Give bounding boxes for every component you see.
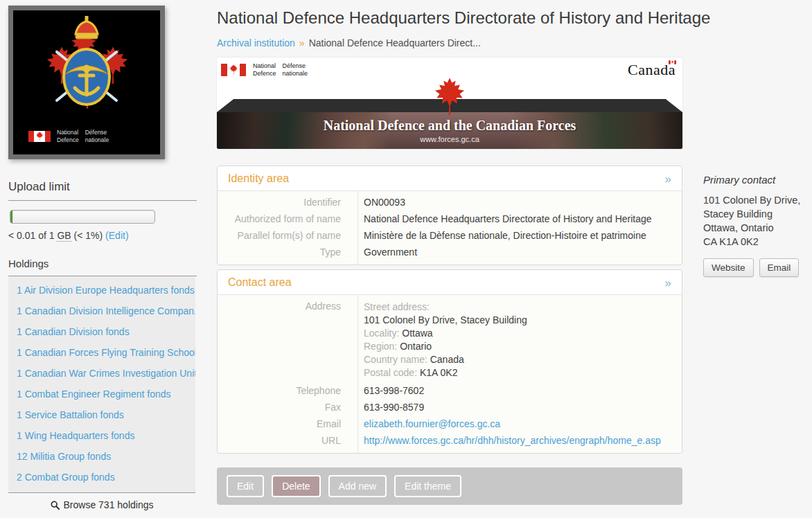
banner-strip-url: www.forces.gc.ca (217, 135, 682, 143)
email-button[interactable]: Email (759, 258, 800, 277)
gb-tooltip-term: GB (57, 230, 71, 242)
breadcrumb: Archival institution»National Defence He… (217, 37, 682, 48)
canada-flag-icon (221, 64, 246, 76)
field-row: Identifier ON00093 (218, 194, 682, 211)
identity-area-heading: Identity area (228, 172, 289, 185)
archival-institution-page: NationalDefence Défensenationale Upload … (0, 0, 812, 518)
contact-area-body: Address Street address: 101 Colonel By D… (218, 294, 682, 453)
contact-area-section: Contact area » Address Street address: 1… (217, 269, 682, 454)
upload-progress-bar (10, 210, 155, 224)
expand-chevron-icon[interactable]: » (665, 277, 671, 289)
canada-flag-icon (669, 60, 676, 64)
fip-french: Défensenationale (283, 62, 308, 78)
left-sidebar: NationalDefence Défensenationale Upload … (8, 6, 197, 510)
primary-contact-address: 101 Colonel By Drive, Stacey Building Ot… (703, 193, 807, 249)
holding-link[interactable]: 1 Combat Engineer Regiment fonds (8, 384, 195, 404)
edit-theme-button[interactable]: Edit theme (394, 475, 461, 497)
holding-link[interactable]: 1 Canadian Forces Flying Training School… (8, 342, 195, 363)
edit-upload-limit-link[interactable]: (Edit) (105, 230, 128, 241)
maple-leaf-icon (428, 75, 471, 120)
field-row: Parallel form(s) of name Ministère de la… (218, 227, 682, 244)
institution-banner: NationalDefence Défensenationale Canada … (217, 57, 682, 149)
holding-link[interactable]: 1 Canadian War Crimes Investigation Unit… (8, 363, 195, 384)
upload-progress-fill (10, 211, 12, 223)
website-button[interactable]: Website (703, 258, 754, 277)
telephone-field-row: Telephone 613-998-7602 (218, 382, 682, 399)
canada-wordmark: Canada (628, 61, 676, 79)
contact-area-header: Contact area » (218, 270, 682, 294)
holding-link[interactable]: 2 Combat Group fonds (8, 467, 195, 488)
upload-limit-heading: Upload limit (8, 180, 197, 194)
fip-english: NationalDefence (253, 62, 276, 78)
identity-area-header: Identity area » (218, 166, 682, 190)
expand-chevron-icon[interactable]: » (665, 173, 671, 185)
holding-link[interactable]: 1 Wing Headquarters fonds (8, 425, 195, 446)
banner-fip-signature: NationalDefence Défensenationale (221, 62, 308, 78)
email-link[interactable]: elizabeth.fournier@forces.gc.ca (364, 418, 500, 429)
divider (8, 200, 197, 201)
breadcrumb-separator-icon: » (299, 37, 305, 48)
holding-link[interactable]: 1 Canadian Division Intelligence Compan.… (8, 301, 195, 321)
browse-holdings-link[interactable]: Browse 731 holdings (8, 499, 195, 510)
email-field-row: Email elizabeth.fournier@forces.gc.ca (218, 416, 682, 432)
delete-button[interactable]: Delete (272, 475, 320, 497)
edit-button[interactable]: Edit (227, 475, 264, 497)
page-title: National Defence Headquarters Directorat… (217, 8, 682, 28)
website-url-link[interactable]: http://www.forces.gc.ca/hr/dhh/history_a… (364, 435, 661, 446)
fax-field-row: Fax 613-990-8579 (218, 399, 682, 416)
breadcrumb-archival-institution-link[interactable]: Archival institution (217, 37, 295, 48)
add-new-button[interactable]: Add new (328, 475, 387, 497)
address-field-row: Address Street address: 101 Colonel By D… (218, 298, 682, 382)
identity-area-section: Identity area » Identifier ON00093 Autho… (217, 166, 682, 265)
fip-english: NationalDefence (57, 129, 79, 143)
canada-flag-icon (28, 131, 51, 142)
actions-toolbar: Edit Delete Add new Edit theme (217, 467, 682, 505)
holdings-heading: Holdings (8, 258, 197, 269)
banner-strip-title: National Defence and the Canadian Forces (217, 118, 682, 134)
logo-fip-signature: NationalDefence Défensenationale (28, 129, 109, 143)
holding-link[interactable]: 1 Canadian Division fonds (8, 321, 195, 342)
field-row: Authorized form of name National Defence… (218, 211, 682, 227)
field-row: Type Government (218, 244, 682, 260)
institution-logo: NationalDefence Défensenationale (8, 6, 165, 159)
primary-contact-heading: Primary contact (703, 174, 807, 186)
address-value: Street address: 101 Colonel By Drive, St… (349, 298, 527, 382)
holdings-list: 1 Air Division Europe Headquarters fonds… (8, 276, 195, 493)
context-sidebar: Primary contact 101 Colonel By Drive, St… (703, 174, 807, 277)
url-field-row: URL http://www.forces.gc.ca/hr/dhh/histo… (218, 432, 682, 449)
holding-link[interactable]: 1 Air Division Europe Headquarters fonds (8, 280, 195, 301)
holding-link[interactable]: 1 Service Battalion fonds (8, 404, 195, 425)
fip-french: Défensenationale (85, 129, 109, 143)
main-content: National Defence Headquarters Directorat… (217, 8, 682, 505)
search-icon (51, 501, 60, 510)
identity-area-body: Identifier ON00093 Authorized form of na… (218, 190, 682, 265)
breadcrumb-current: National Defence Headquarters Direct... (309, 37, 481, 48)
contact-area-heading: Contact area (228, 276, 292, 289)
canadian-forces-crest-icon (35, 16, 139, 127)
holding-link[interactable]: 12 Militia Group fonds (8, 446, 195, 467)
upload-usage-text: < 0.01 of 1 GB (< 1%) (Edit) (8, 230, 197, 241)
